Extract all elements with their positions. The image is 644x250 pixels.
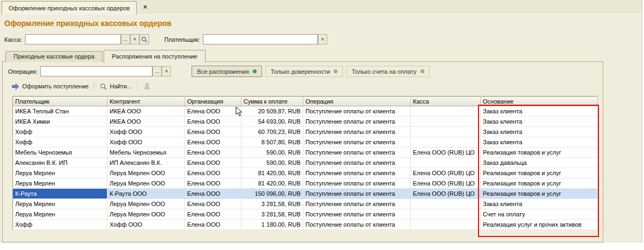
cell-counterparty[interactable]: ИП Алексанян В.К. — [107, 158, 185, 168]
cell-operation[interactable]: Поступление оплаты от клиента — [303, 148, 411, 158]
cell-organization[interactable]: Елена ООО — [185, 137, 241, 148]
find-button[interactable]: Найти... — [97, 81, 135, 92]
cell-cashbox[interactable] — [411, 106, 481, 117]
column-header-counterparty[interactable]: Контрагент — [107, 97, 185, 106]
cell-counterparty[interactable]: Хофф ООО — [107, 127, 185, 137]
cell-organization[interactable]: Елена ООО — [185, 209, 241, 220]
cell-basis[interactable]: Заказ клиента — [481, 199, 598, 209]
cell-payer[interactable]: Хофф — [13, 137, 107, 148]
cell-payer[interactable]: Мебель Черноземья — [13, 148, 107, 158]
cell-amount[interactable]: 3 281,58, RUB — [241, 209, 303, 220]
register-receipt-button[interactable]: Оформить поступление — [8, 81, 92, 92]
cell-operation[interactable]: Поступление оплаты от клиента — [303, 106, 411, 117]
cell-operation[interactable]: Поступление оплаты от клиента — [303, 117, 411, 127]
table-row[interactable]: Алексанян В.К. ИПИП Алексанян В.К.Елена … — [13, 158, 598, 168]
cell-organization[interactable]: Елена ООО — [185, 220, 241, 230]
cell-amount[interactable]: 1 180,00, RUB — [241, 220, 303, 230]
cell-payer[interactable]: Хофф — [13, 127, 107, 137]
cell-amount[interactable]: 3 281,58, RUB — [241, 199, 303, 209]
kassa-clear-button[interactable]: × — [130, 34, 139, 44]
cell-basis[interactable]: Реализация товаров и услуг — [481, 178, 598, 189]
cell-cashbox[interactable]: Елена ООО (RUB) ЦО — [411, 189, 481, 199]
table-row[interactable]: Мебель ЧерноземьяМебель ЧерноземьяЕлена … — [13, 148, 598, 158]
cell-cashbox[interactable] — [411, 209, 481, 220]
operation-select-button[interactable]: ... — [152, 66, 162, 76]
cell-payer[interactable]: К-Раута — [13, 189, 107, 199]
cell-cashbox[interactable] — [411, 117, 481, 127]
table-row[interactable]: ХоффХофф ОООЕлена ООО1 180,00, RUBПоступ… — [13, 220, 598, 230]
cell-cashbox[interactable] — [411, 127, 481, 137]
cell-basis[interactable]: Заказ клиента — [481, 127, 598, 137]
table-row[interactable]: ИКЕА Теплый СтанИКЕА ОООЕлена ООО20 509,… — [13, 106, 598, 117]
cell-operation[interactable]: Поступление оплаты от клиента — [303, 189, 411, 199]
cell-counterparty[interactable]: Леруа Мерлен ООО — [107, 209, 185, 220]
cell-organization[interactable]: Елена ООО — [185, 189, 241, 199]
cell-amount[interactable]: 8 507,80, RUB — [241, 137, 303, 148]
cell-organization[interactable]: Елена ООО — [185, 199, 241, 209]
cell-cashbox[interactable]: Елена ООО (RUB) ЦО — [411, 178, 481, 189]
cell-amount[interactable]: 590,00, RUB — [241, 148, 303, 158]
table-row[interactable]: К-РаутаК-Раута ОООЕлена ООО150 096,00, R… — [13, 189, 598, 199]
cell-basis[interactable]: Заказ клиента — [481, 117, 598, 127]
cell-organization[interactable]: Елена ООО — [185, 106, 241, 117]
column-header-amount[interactable]: Сумма к оплате — [241, 97, 303, 106]
kassa-input[interactable] — [25, 34, 121, 44]
cell-payer[interactable]: Леруа Мерлен — [13, 199, 107, 209]
tab-cash-orders[interactable]: Приходные кассовые ордера — [5, 51, 103, 62]
column-header-cashbox[interactable]: Касса — [411, 97, 481, 106]
filter-all-dispositions-button[interactable]: Все распоряжения — [192, 66, 262, 77]
cell-counterparty[interactable]: Леруа Мерлен ООО — [107, 199, 185, 209]
filter-invoices-button[interactable]: Только счета на оплату — [346, 66, 429, 77]
cell-basis[interactable]: Реализация услуг и прочих активов — [481, 220, 598, 230]
filter-powers-of-attorney-button[interactable]: Только доверенности — [265, 66, 343, 77]
cell-operation[interactable]: Поступление оплаты от клиента — [303, 209, 411, 220]
cell-basis[interactable]: Реализация товаров и услуг — [481, 148, 598, 158]
table-row[interactable]: Леруа МерленЛеруа Мерлен ОООЕлена ООО81 … — [13, 168, 598, 178]
cell-operation[interactable]: Поступление оплаты от клиента — [303, 168, 411, 178]
cell-amount[interactable]: 54 693,00, RUB — [241, 117, 303, 127]
table-row[interactable]: Леруа МерленЛеруа Мерлен ОООЕлена ООО81 … — [13, 178, 598, 189]
cell-amount[interactable]: 20 509,87, RUB — [241, 106, 303, 117]
cell-counterparty[interactable]: Мебель Черноземья — [107, 148, 185, 158]
cell-amount[interactable]: 150 096,00, RUB — [241, 189, 303, 199]
cell-amount[interactable]: 81 420,00, RUB — [241, 178, 303, 189]
cell-organization[interactable]: Елена ООО — [185, 148, 241, 158]
cell-basis[interactable]: Заказ клиента — [481, 137, 598, 148]
stamp-button[interactable] — [140, 81, 154, 92]
cell-counterparty[interactable]: Леруа Мерлен ООО — [107, 168, 185, 178]
cell-payer[interactable]: ИКЕА Химки — [13, 117, 107, 127]
window-tab[interactable]: Оформление приходных кассовых ордеров — [2, 1, 137, 15]
cell-organization[interactable]: Елена ООО — [185, 168, 241, 178]
cell-cashbox[interactable] — [411, 199, 481, 209]
cell-payer[interactable]: Леруа Мерлен — [13, 178, 107, 189]
payer-input[interactable] — [203, 34, 318, 44]
operation-input[interactable] — [40, 66, 152, 76]
cell-payer[interactable]: Хофф — [13, 220, 107, 230]
cell-payer[interactable]: Алексанян В.К. ИП — [13, 158, 107, 168]
cell-operation[interactable]: Поступление оплаты от клиента — [303, 199, 411, 209]
cell-organization[interactable]: Елена ООО — [185, 178, 241, 189]
tab-dispositions[interactable]: Распоряжения на поступление — [104, 50, 206, 62]
cell-basis[interactable]: Счет на оплату — [481, 209, 598, 220]
column-header-basis[interactable]: Основание — [481, 97, 598, 106]
cell-cashbox[interactable] — [411, 220, 481, 230]
cell-cashbox[interactable] — [411, 137, 481, 148]
table-row[interactable]: ИКЕА ХимкиИКЕА ОООЕлена ООО54 693,00, RU… — [13, 117, 598, 127]
column-header-payer[interactable]: Плательщик — [13, 97, 107, 106]
cell-counterparty[interactable]: Леруа Мерлен ООО — [107, 178, 185, 189]
cell-organization[interactable]: Елена ООО — [185, 158, 241, 168]
table-row[interactable]: ХоффХофф ОООЕлена ООО8 507,80, RUBПоступ… — [13, 137, 598, 148]
cell-payer[interactable]: Леруа Мерлен — [13, 209, 107, 220]
cell-organization[interactable]: Елена ООО — [185, 117, 241, 127]
cell-basis[interactable]: Заказ клиента — [481, 106, 598, 117]
tab-close-icon[interactable]: × — [141, 3, 149, 11]
cell-amount[interactable]: 60 709,23, RUB — [241, 127, 303, 137]
column-header-operation[interactable]: Операция — [303, 97, 411, 106]
payer-clear-button[interactable]: × — [318, 34, 327, 44]
column-header-organization[interactable]: Организация — [185, 97, 241, 106]
cell-amount[interactable]: 590,00, RUB — [241, 158, 303, 168]
operation-clear-button[interactable]: × — [162, 66, 171, 76]
kassa-select-button[interactable]: ... — [121, 34, 130, 44]
table-row[interactable]: Леруа МерленЛеруа Мерлен ОООЕлена ООО3 2… — [13, 199, 598, 209]
cell-counterparty[interactable]: К-Раута ООО — [107, 189, 185, 199]
